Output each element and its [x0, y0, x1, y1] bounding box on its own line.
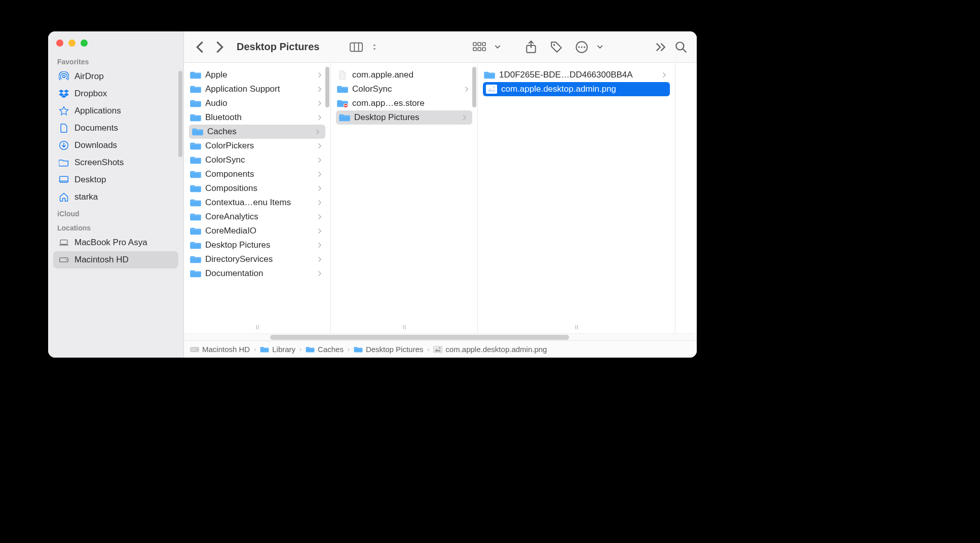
sidebar-section-label: Favorites	[53, 54, 178, 68]
file-row[interactable]: com.apple.desktop.admin.png	[483, 82, 670, 96]
folder-icon	[484, 70, 495, 80]
file-icon	[337, 70, 348, 80]
file-row[interactable]: Audio	[184, 96, 330, 110]
chevron-right-icon	[317, 87, 324, 92]
forward-button[interactable]	[211, 38, 229, 56]
file-row[interactable]: Application Support	[184, 82, 330, 96]
sidebar-item-desktop[interactable]: Desktop	[53, 171, 178, 188]
sidebar-item-screenshots[interactable]: ScreenShots	[53, 154, 178, 171]
search-button[interactable]	[672, 38, 690, 56]
file-row-label: CoreAnalytics	[205, 212, 313, 222]
folder-icon	[306, 345, 315, 354]
sidebar-item-macbook-pro-asya[interactable]: MacBook Pro Asya	[53, 234, 178, 251]
file-row-label: ColorSync	[205, 155, 313, 165]
breadcrumb-item[interactable]: com.apple.desktop.admin.png	[433, 345, 547, 354]
file-row[interactable]: Caches	[189, 125, 325, 139]
file-row[interactable]: DirectoryServices	[184, 252, 330, 266]
sidebar-item-label: Desktop	[74, 175, 106, 185]
breadcrumb-item[interactable]: Macintosh HD	[190, 345, 250, 354]
chevron-down-icon	[489, 38, 506, 56]
file-row-label: Components	[205, 169, 313, 179]
file-row[interactable]: Apple	[184, 68, 330, 82]
sidebar-item-macintosh-hd[interactable]: Macintosh HD	[53, 251, 178, 268]
chevron-right-icon	[317, 257, 324, 262]
file-row[interactable]: Desktop Pictures	[336, 110, 472, 125]
chevron-down-icon	[591, 38, 609, 56]
close-window-button[interactable]	[56, 40, 63, 47]
column: AppleApplication SupportAudioBluetoothCa…	[184, 63, 331, 333]
file-row-label: Caches	[207, 127, 311, 137]
horizontal-scrollbar[interactable]	[184, 333, 697, 340]
image-icon	[486, 84, 497, 94]
image-icon	[433, 345, 442, 354]
file-row-label: ColorSync	[352, 84, 460, 94]
file-row[interactable]: CoreMediaIO	[184, 224, 330, 238]
file-row[interactable]: Documentation	[184, 266, 330, 281]
file-row[interactable]: Contextua…enu Items	[184, 196, 330, 210]
folder-icon	[190, 268, 201, 279]
column: com.apple.anedColorSynccom.app…es.storeD…	[331, 63, 478, 333]
column-resize-handle[interactable]	[184, 324, 330, 331]
breadcrumb-label: Caches	[318, 345, 344, 354]
file-row[interactable]: com.app…es.store	[331, 96, 477, 110]
breadcrumb-item[interactable]: Caches	[306, 345, 344, 354]
file-row[interactable]: ColorPickers	[184, 139, 330, 153]
folder-icon	[58, 157, 69, 168]
file-row[interactable]: ColorSync	[331, 82, 477, 96]
file-row-label: Apple	[205, 70, 313, 80]
file-row[interactable]: Components	[184, 167, 330, 181]
sidebar-item-label: Dropbox	[74, 89, 107, 99]
sidebar-item-applications[interactable]: Applications	[53, 102, 178, 120]
column-resize-handle[interactable]	[478, 324, 675, 331]
chevron-right-icon	[317, 200, 324, 205]
sidebar-item-documents[interactable]: Documents	[53, 120, 178, 137]
breadcrumb-item[interactable]: Desktop Pictures	[354, 345, 423, 354]
chevron-right-icon	[317, 158, 324, 163]
folder-icon	[190, 183, 201, 193]
chevron-right-icon	[317, 271, 324, 276]
columns-view: AppleApplication SupportAudioBluetoothCa…	[184, 63, 697, 333]
view-mode-button[interactable]	[348, 38, 383, 56]
minimize-window-button[interactable]	[68, 40, 76, 47]
updown-icon	[366, 38, 383, 56]
file-row[interactable]: com.apple.aned	[331, 68, 477, 82]
chevron-right-icon	[317, 243, 324, 248]
zoom-window-button[interactable]	[81, 40, 88, 47]
file-row[interactable]: Compositions	[184, 181, 330, 196]
file-row-label: Documentation	[205, 268, 313, 279]
sidebar-section-label: Locations	[53, 220, 178, 234]
share-button[interactable]	[522, 38, 540, 56]
file-row[interactable]: 1D0F265E-BDE…DD466300BB4A	[478, 68, 675, 82]
sidebar-item-label: starka	[74, 192, 98, 202]
file-row[interactable]: CoreAnalytics	[184, 210, 330, 224]
file-row-label: com.apple.aned	[352, 70, 471, 80]
sidebar-item-starka[interactable]: starka	[53, 188, 178, 206]
folder-icon	[190, 112, 201, 123]
file-row[interactable]: ColorSync	[184, 153, 330, 167]
toolbar: Desktop Pictures	[184, 31, 697, 63]
chevron-right-icon	[317, 172, 324, 177]
column-resize-handle[interactable]	[331, 324, 477, 331]
disk-icon	[58, 254, 69, 265]
more-actions-button[interactable]	[573, 38, 609, 56]
tags-button[interactable]	[548, 38, 565, 56]
breadcrumb-item[interactable]: Library	[260, 345, 295, 354]
column-scrollbar[interactable]	[325, 67, 329, 107]
sidebar-scrollbar[interactable]	[178, 71, 182, 157]
file-row-label: DirectoryServices	[205, 254, 313, 264]
sidebar-item-downloads[interactable]: Downloads	[53, 137, 178, 154]
sidebar-item-airdrop[interactable]: AirDrop	[53, 68, 178, 85]
downloads-icon	[58, 140, 69, 151]
chevron-right-icon	[317, 214, 324, 219]
overflow-button[interactable]	[652, 38, 669, 56]
file-row[interactable]: Desktop Pictures	[184, 238, 330, 252]
folder-icon	[339, 112, 350, 123]
file-row-label: 1D0F265E-BDE…DD466300BB4A	[499, 70, 658, 80]
sidebar-item-label: Applications	[74, 106, 121, 116]
sidebar-item-dropbox[interactable]: Dropbox	[53, 85, 178, 102]
column-scrollbar[interactable]	[472, 67, 476, 107]
group-by-button[interactable]	[471, 38, 506, 56]
file-row[interactable]: Bluetooth	[184, 110, 330, 125]
back-button[interactable]	[191, 38, 208, 56]
sidebar-item-label: Downloads	[74, 140, 117, 150]
